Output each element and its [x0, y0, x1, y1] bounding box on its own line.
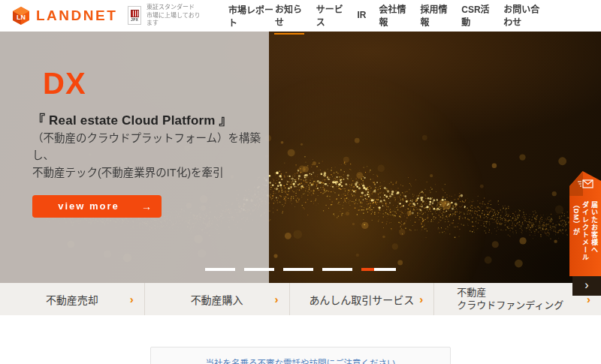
ribbon-vertical-text: ダイレクトメール（DM）が 届いたお客様へ	[569, 201, 601, 276]
mail-send-icon	[577, 178, 594, 194]
notice-section: 当社を名乗る不審な電話や訪問にご注意ください	[0, 347, 601, 364]
quicknav-item-buy[interactable]: 不動産購入 ›	[144, 283, 289, 315]
chevron-right-icon: ›	[584, 279, 588, 291]
logo-wordmark: LANDNET	[36, 8, 117, 24]
main-nav: お知らせ サービス IR 会社情報 採用情報 CSR活動 お問い合わせ	[274, 0, 547, 35]
nav-item-services[interactable]: サービス	[316, 0, 346, 35]
carousel-indicator[interactable]	[322, 268, 352, 271]
market-report-link[interactable]: 市場レポート	[228, 3, 274, 29]
direct-mail-ribbon[interactable]: ダイレクトメール（DM）が 届いたお客様へ	[569, 171, 601, 276]
svg-text:LN: LN	[17, 14, 26, 21]
nav-item-recruit[interactable]: 採用情報	[419, 0, 449, 35]
quick-nav-bar: 不動産売却 › 不動産購入 › あんしん取引サービス › 不動産 クラウドファン…	[0, 283, 601, 315]
landnet-logo[interactable]: LN LANDNET	[11, 6, 117, 26]
carousel-indicator[interactable]	[283, 268, 313, 271]
quicknav-item-anshin[interactable]: あんしん取引サービス ›	[289, 283, 434, 315]
chevron-right-icon: ›	[419, 293, 423, 305]
jpx-listing-badge: JPX 東証スタンダード 市場に上場しております	[128, 4, 201, 28]
landnet-homepage: LN LANDNET JPX 東証スタンダード 市場に上場しております 市場レポ…	[0, 0, 601, 364]
hero-banner: DX 『 Real estate Cloud Platform 』 （不動産のク…	[0, 32, 601, 283]
nav-item-ir[interactable]: IR	[357, 5, 367, 27]
arrow-right-icon: →	[141, 200, 152, 212]
carousel-next-button[interactable]: ›	[572, 276, 601, 296]
hero-headline: DX	[43, 66, 273, 101]
jpx-listing-text: 東証スタンダード 市場に上場しております	[146, 4, 201, 28]
nav-item-company[interactable]: 会社情報	[379, 0, 409, 35]
chevron-right-icon: ›	[130, 293, 134, 305]
suspicious-contact-warning-link[interactable]: 当社を名乗る不審な電話や訪問にご注意ください	[206, 359, 396, 364]
carousel-indicator[interactable]	[205, 268, 235, 271]
hero-content: DX 『 Real estate Cloud Platform 』 （不動産のク…	[32, 66, 273, 218]
warning-notice-box: 当社を名乗る不審な電話や訪問にご注意ください	[150, 347, 451, 364]
jpx-logo-icon: JPX	[128, 6, 141, 25]
view-more-button[interactable]: view more →	[32, 195, 162, 218]
landnet-logo-icon: LN	[11, 6, 31, 26]
carousel-indicator-active[interactable]	[361, 268, 396, 271]
hero-subtitle-line2: 不動産テック(不動産業界のIT化)を牽引	[32, 164, 273, 182]
site-header: LN LANDNET JPX 東証スタンダード 市場に上場しております 市場レポ…	[0, 0, 601, 32]
carousel-indicators	[205, 268, 396, 271]
nav-item-csr[interactable]: CSR活動	[461, 0, 491, 35]
nav-item-contact[interactable]: お問い合わせ	[503, 0, 547, 35]
chevron-right-icon: ›	[275, 293, 279, 305]
hero-title: 『 Real estate Cloud Platform 』	[32, 110, 273, 128]
nav-item-news[interactable]: お知らせ	[274, 0, 304, 35]
hero-subtitle-line1: （不動産のクラウドプラットフォーム）を構築し、	[32, 130, 273, 164]
carousel-indicator[interactable]	[244, 268, 274, 271]
quicknav-item-sell[interactable]: 不動産売却 ›	[0, 283, 144, 315]
